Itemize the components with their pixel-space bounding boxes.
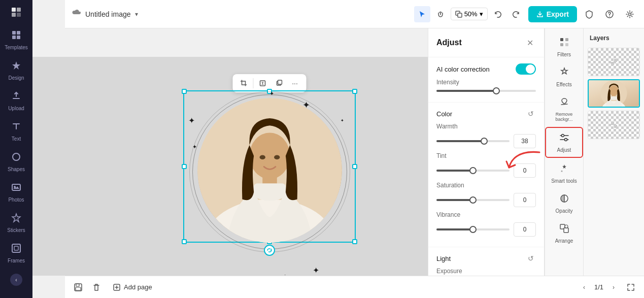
vibrance-value[interactable]: 0 (514, 222, 536, 237)
cloud-icon (71, 9, 81, 19)
saturation-fill (436, 199, 473, 201)
sidebar-item-label-frames: Frames (8, 258, 25, 263)
sidebar-item-shapes[interactable]: Shapes (0, 148, 32, 176)
arrange-tool[interactable]: Arrange (545, 219, 583, 248)
save-button[interactable] (71, 280, 85, 294)
svg-rect-32 (565, 38, 568, 41)
saturation-thumb[interactable] (469, 196, 477, 204)
file-info: Untitled image ▾ (71, 9, 138, 19)
svg-point-28 (249, 133, 290, 179)
svg-rect-33 (560, 43, 563, 46)
ai-color-toggle[interactable] (516, 63, 536, 75)
effects-icon (559, 67, 570, 80)
svg-point-17 (609, 16, 610, 17)
handle-ml[interactable] (182, 164, 187, 169)
transform-button[interactable] (255, 76, 269, 90)
svg-rect-34 (565, 43, 568, 46)
intensity-label: Intensity (436, 79, 536, 86)
warmth-thumb[interactable] (481, 138, 488, 145)
zoom-control[interactable]: 50% ▾ (451, 8, 488, 20)
tint-thumb[interactable] (469, 167, 477, 174)
handle-tl[interactable] (182, 89, 187, 94)
vibrance-slider[interactable] (436, 228, 510, 230)
vibrance-thumb[interactable] (469, 226, 477, 233)
fullscreen-button[interactable] (624, 280, 638, 294)
svg-rect-13 (14, 246, 18, 250)
svg-point-38 (564, 139, 567, 141)
sidebar-item-text[interactable]: Text (0, 117, 32, 146)
svg-rect-41 (564, 228, 568, 233)
adjust-tool[interactable]: Adjust (545, 127, 583, 158)
add-page-button[interactable]: Add page (108, 281, 157, 293)
warmth-slider[interactable] (436, 140, 510, 142)
svg-rect-2 (12, 13, 16, 17)
svg-rect-21 (278, 80, 282, 84)
file-name-chevron[interactable]: ▾ (135, 11, 138, 18)
vibrance-fill (436, 228, 473, 230)
sidebar-item-design[interactable]: Design (0, 56, 32, 85)
smart-tools-tool[interactable]: Smart tools (545, 159, 583, 188)
person-silhouette (197, 98, 342, 243)
svg-rect-5 (17, 31, 20, 35)
layer-item-1[interactable] (588, 48, 640, 76)
effects-tool[interactable]: Effects (545, 62, 583, 91)
svg-rect-31 (560, 38, 563, 41)
warmth-label: Warmth (436, 123, 536, 130)
layer-person-thumb (589, 80, 639, 107)
handle-tr[interactable] (352, 89, 357, 94)
upload-icon (11, 91, 21, 104)
page-navigation: ‹ 1/1 › (578, 281, 620, 293)
adjust-label: Adjust (557, 147, 571, 153)
exposure-label: Exposure (436, 268, 536, 275)
sparkle-8: · (285, 272, 286, 276)
saturation-slider[interactable] (436, 199, 510, 201)
collapse-sidebar-button[interactable]: ‹ (10, 274, 22, 286)
rotate-handle[interactable] (264, 245, 275, 256)
undo-button[interactable] (490, 6, 506, 22)
intensity-slider[interactable] (436, 90, 536, 92)
light-reset-button[interactable]: ↺ (526, 253, 536, 263)
export-label: Export (547, 10, 569, 18)
svg-rect-4 (12, 31, 16, 35)
handle-br[interactable] (352, 239, 357, 244)
hand-tool-button[interactable] (432, 6, 449, 22)
intensity-thumb[interactable] (493, 87, 500, 94)
select-tool-button[interactable] (414, 6, 430, 22)
panel-close-button[interactable]: ✕ (524, 37, 536, 49)
opacity-tool[interactable]: Opacity (545, 189, 583, 218)
more-options-button[interactable]: ··· (288, 76, 302, 90)
sidebar-item-upload[interactable]: Upload (0, 87, 32, 115)
next-page-button[interactable]: › (607, 281, 620, 293)
layer-item-2[interactable] (588, 79, 640, 108)
delete-button[interactable] (89, 280, 104, 294)
svg-rect-10 (12, 184, 20, 190)
warmth-value[interactable]: 38 (514, 134, 536, 148)
saturation-value[interactable]: 0 (514, 193, 536, 207)
help-icon[interactable] (601, 6, 618, 22)
effects-label: Effects (556, 82, 571, 87)
app-logo[interactable] (8, 4, 24, 20)
remove-bg-tool[interactable]: Remove backgr... (545, 92, 583, 126)
export-button[interactable]: Export (528, 6, 577, 22)
svg-rect-1 (17, 8, 21, 12)
filters-tool[interactable]: Filters (545, 32, 583, 61)
copy-style-button[interactable] (272, 76, 286, 90)
svg-rect-6 (12, 36, 16, 39)
tint-slider[interactable] (436, 170, 510, 172)
sidebar-item-templates[interactable]: Templates (0, 26, 32, 54)
sidebar-item-stickers[interactable]: Stickers (0, 209, 32, 237)
sidebar-item-frames[interactable]: Frames (0, 239, 32, 268)
color-reset-button[interactable]: ↺ (526, 109, 536, 119)
settings-icon[interactable] (622, 6, 638, 22)
layer-item-3[interactable] (588, 111, 640, 139)
sidebar-item-photos[interactable]: Photos (0, 178, 32, 207)
tint-value[interactable]: 0 (514, 163, 536, 178)
shield-icon[interactable] (581, 6, 597, 22)
redo-button[interactable] (508, 6, 524, 22)
handle-bl[interactable] (182, 239, 187, 244)
zoom-value: 50% (464, 10, 478, 18)
handle-mr[interactable] (352, 164, 357, 169)
crop-button[interactable] (236, 76, 251, 90)
prev-page-button[interactable]: ‹ (578, 281, 590, 293)
shapes-icon (11, 152, 21, 164)
